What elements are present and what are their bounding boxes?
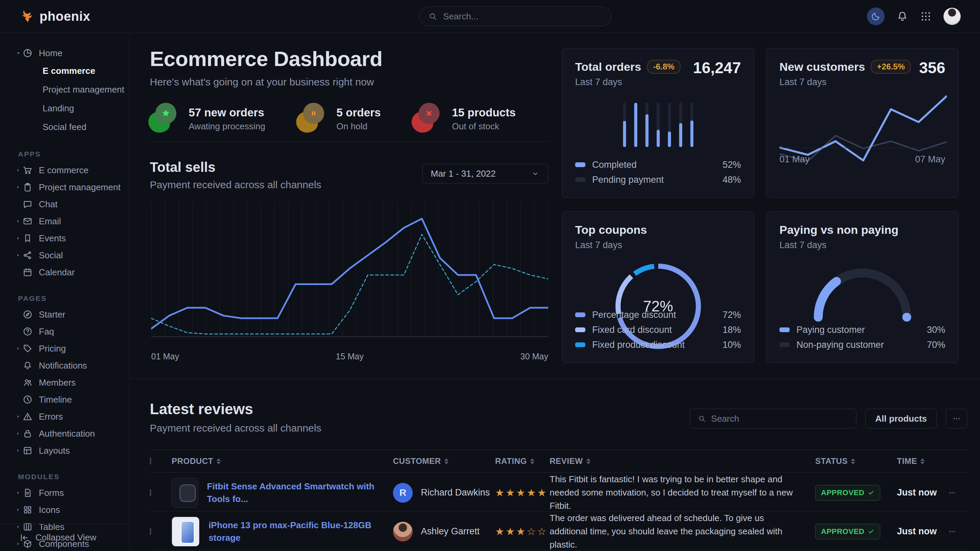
- lock-icon: [22, 429, 34, 439]
- column-header-review[interactable]: REVIEW: [550, 456, 815, 466]
- legend-paying-customer: Paying customer 30%: [780, 322, 945, 337]
- top-coupons-legend: Percentage discount 72% Fixed card disco…: [575, 307, 741, 352]
- sidebar-subitem-e-commerce[interactable]: E commerce: [0, 62, 129, 80]
- select-all-checkbox[interactable]: [150, 457, 151, 465]
- stat-out-of-stock: 15 products Out of stock: [413, 103, 515, 135]
- share-icon: [22, 250, 34, 260]
- moon-icon: [871, 11, 881, 21]
- product-link[interactable]: Fitbit Sense Advanced Smartwatch with To…: [207, 480, 393, 505]
- sort-icon: [920, 459, 924, 464]
- all-products-button[interactable]: All products: [865, 409, 937, 429]
- collapsed-view-toggle[interactable]: Collapsed View: [0, 524, 129, 551]
- table-row: iPhone 13 pro max-Pacific Blue-128GB sto…: [150, 511, 967, 550]
- sidebar-item-email[interactable]: Email: [0, 213, 129, 230]
- sidebar-section-pages: PAGES: [18, 294, 129, 303]
- card-period: Last 7 days: [780, 240, 945, 251]
- sidebar-item-social[interactable]: Social: [0, 247, 129, 264]
- app-logo[interactable]: phoenix: [19, 8, 90, 24]
- caret-right-icon: [15, 345, 22, 352]
- sidebar-item-members[interactable]: Members: [0, 374, 129, 391]
- review-text: The order was delivered ahead of schedul…: [550, 511, 815, 551]
- column-header-time[interactable]: TIME: [897, 456, 948, 466]
- reviews-table-body: Fitbit Sense Advanced Smartwatch with To…: [150, 473, 967, 551]
- card-period: Last 7 days: [575, 240, 741, 251]
- trend-badge: +26.5%: [871, 60, 910, 73]
- x-tick-label: 30 May: [520, 352, 548, 361]
- row-actions-icon[interactable]: [948, 489, 969, 497]
- sidebar-item-label: Social: [39, 250, 63, 261]
- sidebar-nav: HomeE commerceProject managementLandingS…: [0, 33, 129, 551]
- user-avatar[interactable]: [943, 8, 961, 25]
- column-header-product[interactable]: PRODUCT: [172, 456, 393, 466]
- sidebar-subitem-project-management[interactable]: Project management: [0, 80, 129, 99]
- chat-icon: [22, 199, 34, 209]
- table-row: Fitbit Sense Advanced Smartwatch with To…: [150, 473, 967, 511]
- product-image[interactable]: [172, 517, 200, 546]
- sidebar-item-pricing[interactable]: Pricing: [0, 340, 129, 357]
- sidebar-item-label: Timeline: [39, 394, 72, 405]
- total-sells-chart: [151, 200, 548, 347]
- top-navbar: phoenix: [0, 0, 980, 33]
- compass-icon: [22, 310, 34, 319]
- row-checkbox[interactable]: [150, 489, 151, 496]
- app-grid-icon[interactable]: [920, 11, 932, 22]
- sidebar-item-notifications[interactable]: Notifications: [0, 357, 129, 374]
- stats-row: 57 new orders Awating processing 5 order…: [150, 103, 515, 135]
- reviews-search[interactable]: [690, 409, 856, 429]
- stat-label: On hold: [336, 121, 381, 132]
- sidebar-item-faq[interactable]: Faq: [0, 323, 129, 340]
- sidebar-item-calendar[interactable]: Calendar: [0, 264, 129, 281]
- global-search[interactable]: [419, 6, 611, 26]
- sidebar-item-label: Icons: [39, 505, 60, 515]
- question-circle-icon: [22, 326, 34, 337]
- sidebar-item-project-management[interactable]: Project management: [0, 179, 129, 196]
- row-checkbox[interactable]: [150, 528, 151, 535]
- sidebar-item-icons[interactable]: Icons: [0, 501, 129, 518]
- card-title: Paying vs non paying: [780, 223, 899, 237]
- date-range-select[interactable]: Mar 1 - 31, 2022: [422, 164, 548, 183]
- column-header-rating[interactable]: RATING: [495, 456, 550, 466]
- legend-fixed-card-discount: Fixed card discount 18%: [575, 322, 741, 337]
- x-icon: [413, 103, 444, 135]
- sidebar-item-label: Errors: [39, 411, 63, 422]
- sidebar-item-events[interactable]: Events: [0, 230, 129, 247]
- column-header-customer[interactable]: CUSTOMER: [393, 456, 495, 466]
- paying-legend: Paying customer 30% Non-paying customer …: [780, 322, 945, 352]
- sidebar-item-label: Pricing: [39, 343, 66, 354]
- reviews-search-input[interactable]: [711, 413, 849, 424]
- sidebar-subitem-landing[interactable]: Landing: [0, 99, 129, 118]
- bookmark-icon: [22, 233, 34, 243]
- row-actions-icon[interactable]: [948, 527, 969, 536]
- card-title: Total orders: [575, 60, 641, 73]
- sidebar-item-home[interactable]: Home: [0, 44, 129, 62]
- customer-avatar[interactable]: R: [393, 483, 413, 503]
- customer-avatar[interactable]: [393, 522, 413, 541]
- total-orders-legend: Completed 52% Pending payment 48%: [575, 157, 741, 187]
- caret-right-icon: [15, 184, 22, 190]
- product-image[interactable]: [172, 478, 198, 508]
- reviews-more-button[interactable]: [946, 409, 967, 429]
- global-search-input[interactable]: [443, 11, 602, 22]
- caret-right-icon: [15, 252, 22, 258]
- sidebar-item-timeline[interactable]: Timeline: [0, 391, 129, 408]
- caret-down-icon: [15, 50, 22, 57]
- page-title: Ecommerce Dashboard: [150, 47, 548, 71]
- sidebar-section-modules: MODULES: [18, 473, 129, 481]
- legend-fixed-product-discount: Fixed product discount 10%: [575, 337, 741, 352]
- sidebar-item-e-commerce[interactable]: E commerce: [0, 162, 129, 179]
- reviews-table-header: PRODUCTCUSTOMERRATINGREVIEWSTATUSTIME: [150, 449, 967, 473]
- caret-right-icon: [15, 430, 22, 437]
- notifications-bell-icon[interactable]: [896, 10, 908, 22]
- sidebar-item-authentication[interactable]: Authentication: [0, 425, 129, 442]
- sidebar-item-chat[interactable]: Chat: [0, 196, 129, 213]
- caret-right-icon: [15, 413, 22, 420]
- sidebar-item-forms[interactable]: Forms: [0, 484, 129, 501]
- column-header-status[interactable]: STATUS: [815, 456, 897, 466]
- sidebar-subitem-social-feed[interactable]: Social feed: [0, 118, 129, 137]
- sidebar-item-starter[interactable]: Starter: [0, 306, 129, 323]
- sidebar-item-layouts[interactable]: Layouts: [0, 442, 129, 459]
- product-link[interactable]: iPhone 13 pro max-Pacific Blue-128GB sto…: [208, 519, 393, 544]
- sidebar-item-label: Home: [39, 48, 62, 59]
- sidebar-item-errors[interactable]: Errors: [0, 408, 129, 425]
- theme-toggle-button[interactable]: [867, 8, 885, 25]
